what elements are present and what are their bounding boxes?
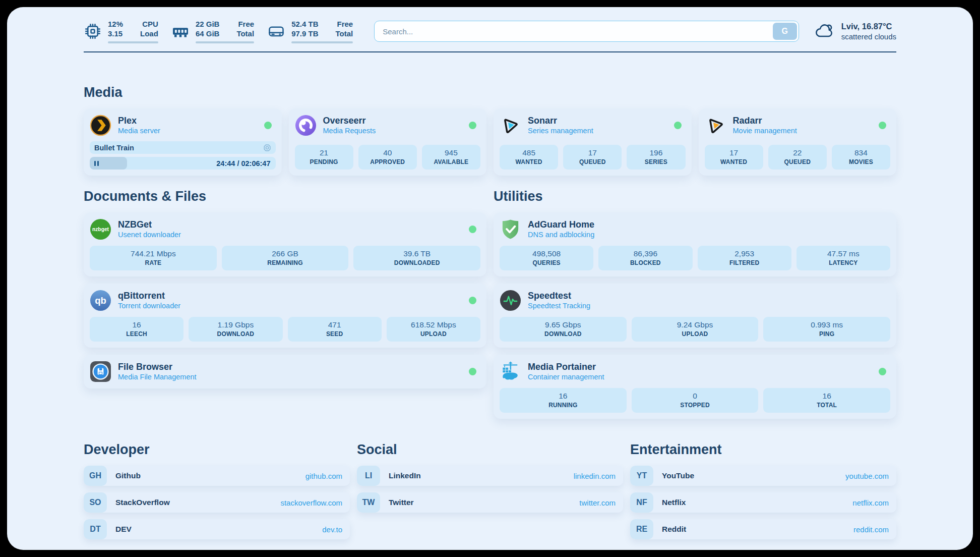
svg-text:nzbget: nzbget [92,227,109,232]
disk-label-bottom: Total [335,29,353,38]
service-card-nzbget[interactable]: nzbget NZBGet Usenet downloader 74 [84,212,486,276]
bookmark-url: reddit.com [853,525,889,534]
stat-label: REMAINING [224,259,347,267]
stat-label: QUEUED [770,158,825,166]
stat-tile: 945 AVAILABLE [422,145,480,170]
bookmark-row-youtube[interactable]: YT YouTube youtube.com [630,466,896,486]
app-title: Media Portainer [528,361,604,372]
bookmark-badge: TW [357,492,380,513]
disk-icon [267,22,285,40]
adguard-icon [500,218,521,240]
stat-tile: 86,396 BLOCKED [598,246,692,270]
bookmark-name: Netflix [662,498,686,507]
stat-value: 86,396 [600,249,690,258]
status-dot [264,122,272,129]
ram-label-bottom: Total [236,29,254,38]
stat-label: DOWNLOAD [502,330,625,338]
bookmark-row-dev[interactable]: DT DEV dev.to [84,519,350,539]
bookmark-url: twitter.com [579,498,616,507]
bookmark-url: netflix.com [852,498,889,507]
bookmark-row-stackoverflow[interactable]: SO StackOverflow stackoverflow.com [84,492,350,513]
stat-label: WANTED [707,158,761,166]
stat-value: 485 [502,148,556,157]
status-dot [469,122,476,129]
bookmark-url: github.com [305,472,342,480]
search-bar: G [374,21,799,42]
stat-tile: 196 SERIES [627,145,685,170]
stat-value: 471 [290,320,380,329]
status-dot [469,297,476,304]
stat-value: 0.993 ms [765,320,888,329]
cpu-label-bottom: Load [140,29,158,38]
bookmark-row-netflix[interactable]: NF Netflix netflix.com [630,492,896,513]
stat-value: 196 [629,148,683,157]
stat-label: SEED [290,330,380,338]
stat-tile: 39.6 TB DOWNLOADED [353,246,480,270]
stat-value: 1.19 Gbps [191,320,280,329]
app-title: NZBGet [118,219,181,230]
bookmark-name: DEV [115,525,132,534]
app-title: Speedtest [528,290,590,301]
stat-label: PENDING [297,158,351,166]
stat-value: 834 [834,148,888,157]
app-subtitle: Media server [118,126,160,136]
bookmark-name: Github [115,471,141,480]
bookmark-row-reddit[interactable]: RE Reddit reddit.com [630,519,896,539]
stat-tile: 266 GB REMAINING [222,246,349,270]
bookmark-url: linkedin.com [574,472,616,480]
section-title-developer: Developer [84,442,350,458]
search-engine-button[interactable]: G [773,23,797,40]
bookmark-badge: YT [630,466,653,486]
pause-icon [94,161,99,166]
section-title-social: Social [357,442,623,458]
stat-label: LATENCY [799,259,888,267]
stat-tile: 618.52 Mbps UPLOAD [387,317,480,342]
stat-label: QUEUED [565,158,620,166]
service-card-plex[interactable]: Plex Media server Bullet Train [84,108,282,176]
stat-tile: 744.21 Mbps RATE [90,246,217,270]
playback-progress-bar: 24:44 / 02:06:47 [90,157,276,170]
service-card-speedtest[interactable]: Speedtest Speedtest Tracking 9.65 Gbps D… [494,284,896,348]
cpu-chip-icon [84,22,102,40]
service-card-overseerr[interactable]: Overseerr Media Requests 21 PENDING 40 A… [289,108,487,176]
cpu-widget: 12% 3.15 CPU Load [84,19,158,43]
app-subtitle: Torrent downloader [118,301,180,311]
bookmark-row-github[interactable]: GH Github github.com [84,466,350,486]
cloud-icon [814,21,835,42]
stat-label: AVAILABLE [424,158,478,166]
stat-tile: 17 QUEUED [563,145,622,170]
service-card-filebrowser[interactable]: File Browser Media File Management [84,355,486,388]
sonarr-icon [500,115,521,136]
stat-tile: 0.993 ms PING [763,317,890,342]
app-subtitle: DNS and adblocking [528,230,594,240]
bookmark-badge: SO [84,492,107,513]
weather-widget: Lviv, 16.87°C scattered clouds [814,21,896,42]
stat-value: 9.65 Gbps [502,320,625,329]
service-card-adguard[interactable]: AdGuard Home DNS and adblocking 498,508 … [494,212,896,276]
stat-value: 9.24 Gbps [634,320,757,329]
status-dot [469,226,476,233]
service-card-radarr[interactable]: Radarr Movie management 17 WANTED 22 QUE… [699,108,897,176]
stat-tile: 21 PENDING [295,145,353,170]
bookmark-row-twitter[interactable]: TW Twitter twitter.com [357,492,623,513]
bookmark-badge: GH [84,466,107,486]
bookmark-row-linkedin[interactable]: LI LinkedIn linkedin.com [357,466,623,486]
app-subtitle: Usenet downloader [118,230,181,240]
stat-label: DOWNLOAD [191,330,280,338]
stat-value: 498,508 [502,249,591,258]
service-card-qbittorrent[interactable]: qb qBittorrent Torrent downloader [84,284,486,348]
stat-label: RATE [92,259,215,267]
filebrowser-icon [90,361,111,382]
app-title: File Browser [118,361,197,372]
topbar-divider [84,51,896,52]
service-card-portainer[interactable]: Media Portainer Container management 16 … [494,355,896,419]
stat-tile: 1.19 Gbps DOWNLOAD [189,317,282,342]
bookmark-name: YouTube [662,471,694,480]
stat-tile: 9.65 Gbps DOWNLOAD [500,317,627,342]
service-card-sonarr[interactable]: Sonarr Series management 485 WANTED 17 Q… [494,108,692,176]
stat-label: UPLOAD [389,330,478,338]
search-input[interactable] [374,21,799,42]
playback-time: 24:44 / 02:06:47 [216,157,270,170]
stat-label: STOPPED [634,402,757,409]
stat-label: QUERIES [502,259,591,267]
